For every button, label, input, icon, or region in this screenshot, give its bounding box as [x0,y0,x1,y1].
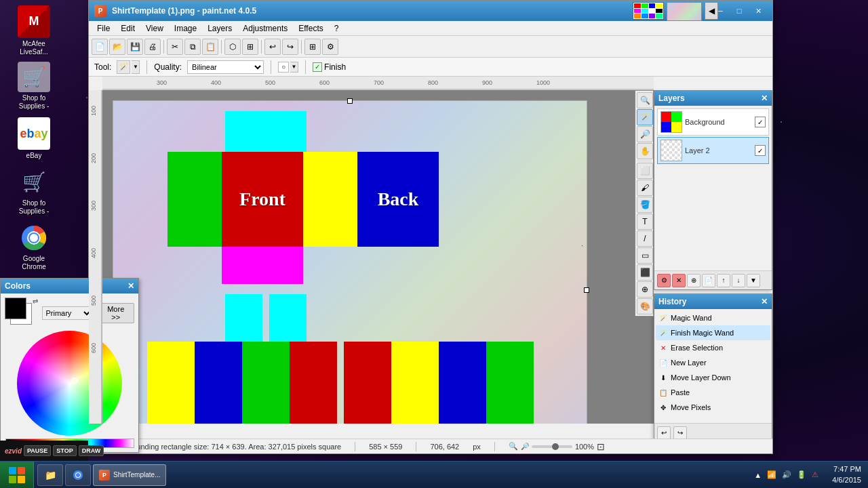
primary-select[interactable]: Primary Secondary [42,306,93,320]
layers-toolbar: ⚙ ✕ ⊕ 📄 ↑ ↓ ▼ [654,270,772,289]
selection-handle-top[interactable] [347,98,353,104]
tool-line[interactable]: / [637,230,653,247]
tool-zoom-out[interactable]: 🔎 [637,126,653,142]
zoom-control[interactable]: 🔍 🔎 100% ⊡ [509,441,605,452]
ezvid-stop-button[interactable]: STOP [53,445,76,456]
toolbar-selectall[interactable]: ⊞ [242,39,258,55]
tool-pan[interactable]: ✋ [637,143,653,159]
more-button[interactable]: More >> [97,303,134,323]
layer-item-background[interactable]: Background ✓ [657,108,769,136]
layer-visibility-layer2[interactable]: ✓ [755,145,766,156]
layers-extra-btn[interactable]: ▼ [747,274,760,287]
layers-merge-btn[interactable]: ⊕ [687,274,701,287]
toolbar-settings[interactable]: ⚙ [322,39,338,55]
zoom-slider[interactable] [532,445,572,448]
menu-effects[interactable]: Effects [293,22,328,35]
status-bar: left: -7, 0. Bounding rectangle size: 71… [89,439,772,453]
toolbar-deselect[interactable]: ⬡ [224,39,241,55]
toolbar-paste[interactable]: 📋 [202,39,218,55]
ezvid-pause-button[interactable]: PAUSE [24,445,51,456]
layers-properties-btn[interactable]: ⚙ [657,274,671,287]
tool-paint[interactable]: 🖌 [637,180,653,196]
tool-selector[interactable]: 🪄 ▼ [117,60,140,74]
toolbar-open[interactable]: 📂 [109,39,125,55]
taskbar-item-explorer[interactable]: 📁 [37,464,63,486]
toolbar-undo[interactable]: ↩ [264,39,281,55]
taskbar-item-paintnet[interactable]: P ShirtTemplate... [93,464,166,486]
color-swap-button[interactable]: ⇄ [33,298,38,305]
layers-add-btn[interactable]: 📄 [702,274,715,287]
canvas-area[interactable]: Front Back [102,90,654,424]
history-item-paste[interactable]: 📋 Paste [656,385,770,400]
menu-help[interactable]: ? [329,22,344,35]
menu-view[interactable]: View [140,22,169,35]
tool-select[interactable]: ⬜ [637,163,653,179]
tool-clone[interactable]: ⊕ [637,281,653,298]
tool-zoom-in[interactable]: 🔍 [637,92,653,108]
history-undo-btn[interactable]: ↩ [657,426,671,439]
tool-text[interactable]: T [637,214,653,230]
history-item-move-pixels[interactable]: ✥ Move Pixels [656,400,770,415]
antialiasing-control[interactable]: ○ ▼ [278,62,298,73]
history-close-button[interactable]: ✕ [761,297,768,306]
taskbar-clock[interactable]: 7:47 PM 4/6/2015 [825,464,868,485]
tool-recolor[interactable]: 🎨 [637,298,653,314]
zoom-out-icon[interactable]: 🔎 [521,443,529,450]
history-item-erase-selection[interactable]: ✕ Erase Selection [656,340,770,355]
ezvid-draw-button[interactable]: DRAW [79,445,104,456]
history-item-finish-magic-wand[interactable]: 🪄 Finish Magic Wand [656,325,770,340]
desktop-icon-mcafee[interactable]: M McAfeeLiveSaf... [3,3,64,58]
menu-edit[interactable]: Edit [115,22,140,35]
menu-file[interactable]: File [92,22,115,35]
desktop-icon-chrome[interactable]: GoogleChrome [3,220,64,274]
close-button[interactable]: ✕ [749,4,767,18]
toolbar-new[interactable]: 📄 [92,39,108,55]
tray-arrow[interactable]: ▲ [754,471,762,479]
layers-delete-btn[interactable]: ✕ [672,274,686,287]
selection-handle-right[interactable] [584,287,589,293]
menu-layers[interactable]: Layers [202,22,237,35]
layer-item-layer2[interactable]: Layer 2 ✓ [657,137,769,164]
layers-close-button[interactable]: ✕ [761,94,768,103]
history-item-magic-wand[interactable]: 🪄 Magic Wand [656,310,770,325]
toolbar-redo[interactable]: ↪ [282,39,298,55]
color-wheel-container[interactable] [17,331,122,436]
desktop-icon-ebay[interactable]: ebay eBay [3,115,64,163]
history-item-new-layer[interactable]: 📄 New Layer [656,355,770,370]
desktop-icon-shop2[interactable]: 🛒 Shop foSupplies - [3,164,64,218]
start-button[interactable] [0,462,34,489]
quality-select[interactable]: Bilinear Nearest Neighbor Bicubic [187,60,264,74]
taskbar-item-chrome[interactable] [65,464,91,486]
menu-adjustments[interactable]: Adjustments [237,22,293,35]
toolbar-cut[interactable]: ✂ [167,39,183,55]
history-item-move-layer-down[interactable]: ⬇ Move Layer Down [656,370,770,385]
maximize-button[interactable]: □ [730,4,748,18]
tool-fill[interactable]: 🪣 [637,197,653,213]
history-redo-btn[interactable]: ↪ [673,426,687,439]
tool-eraser[interactable]: ⬛ [637,264,653,281]
tool-shape[interactable]: ▭ [637,247,653,264]
gradient-thumb[interactable] [667,2,702,21]
shirt-canvas[interactable]: Front Back [113,100,587,424]
zoom-fit-icon[interactable]: ⊡ [597,441,605,452]
lower-red-l [290,342,337,424]
toolbar-copy[interactable]: ⧉ [184,39,201,55]
layer-visibility-background[interactable]: ✓ [755,117,766,127]
color-swatch-foreground[interactable] [5,298,26,319]
finish-control[interactable]: ✓ Finish [313,62,346,72]
toolbar-grid[interactable]: ⊞ [304,39,321,55]
menu-image[interactable]: Image [169,22,202,35]
desktop-icon-shop1[interactable]: 🛒 Shop foSupplies - [3,59,64,113]
toolbar-print[interactable]: 🖨 [144,39,161,55]
layers-up-btn[interactable]: ↑ [717,274,730,287]
toolbar-save[interactable]: 💾 [127,39,143,55]
quality-selector[interactable]: Bilinear Nearest Neighbor Bicubic [187,60,264,74]
zoom-in-icon[interactable]: 🔍 [509,442,518,451]
layers-down-btn[interactable]: ↓ [732,274,745,287]
zoom-slider-thumb[interactable] [552,443,559,450]
colors-close-button[interactable]: ✕ [127,281,134,291]
tool-magic-wand[interactable]: 🪄 [637,109,653,125]
color-wheel[interactable] [17,331,122,436]
color-palette-thumb[interactable] [633,2,664,20]
palette-extra[interactable]: ◀ [705,2,718,20]
